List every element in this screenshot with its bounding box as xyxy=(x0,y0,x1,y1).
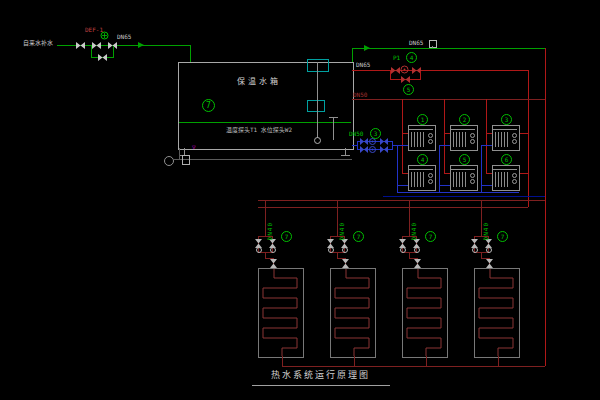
hp-stub xyxy=(439,185,450,186)
heat-pump-unit xyxy=(450,125,478,151)
valve-icon xyxy=(360,138,368,145)
coil-supply-header xyxy=(258,200,545,201)
hp-fins xyxy=(411,132,426,147)
valve-icon xyxy=(380,146,388,153)
pump-icon xyxy=(369,146,376,153)
valve-icon xyxy=(380,138,388,145)
drain-pipe xyxy=(179,148,180,159)
right-riser-pipe xyxy=(545,48,546,366)
valve-icon xyxy=(414,259,421,268)
tank-foot xyxy=(341,155,350,156)
pump-icon xyxy=(369,138,376,145)
heat-pump-unit xyxy=(408,125,436,151)
pump-bypass xyxy=(390,71,391,79)
hp-fins xyxy=(495,172,510,187)
hp-top-bar xyxy=(409,169,433,170)
check-valve-icon xyxy=(328,247,334,253)
flow-arrow-icon xyxy=(364,45,370,51)
check-valve-icon xyxy=(270,247,276,253)
hp-hot-header-dn: DN50 xyxy=(353,91,367,98)
valve-icon xyxy=(270,259,277,268)
hp-top-bar xyxy=(451,129,475,130)
check-valve-icon xyxy=(472,247,478,253)
serpentine-coil-icon xyxy=(402,268,446,356)
hp-top-bar xyxy=(409,129,433,130)
hp-cold-header-dn: DN50 xyxy=(349,130,363,137)
hot-return-dn-label: DN65 xyxy=(356,61,370,68)
coil-dn-label: DN40 xyxy=(410,222,417,240)
hot-return-pipe xyxy=(352,70,528,71)
hp-riser xyxy=(402,99,403,173)
coil-tag-bubble: 7 xyxy=(281,231,292,242)
meter-tag-label: DEF-1 xyxy=(85,26,103,33)
tank-name-label: 保温水箱 xyxy=(237,78,281,86)
hp-knob-icon xyxy=(470,179,475,184)
check-valve-icon xyxy=(400,247,406,253)
coil-outlet-pipe xyxy=(426,356,427,366)
coil-dn-label: DN40 xyxy=(338,222,345,240)
hp-tag-bubble: 6 xyxy=(501,154,512,165)
level-probe-tick xyxy=(329,117,338,118)
cad-drawing-canvas: 自来水补水 DEF-1 DN65 保温水箱 温度探头T1 水位探头W2 7 ▽ … xyxy=(0,0,600,400)
heat-pump-unit xyxy=(408,165,436,191)
check-valve-icon xyxy=(342,247,348,253)
pump-tag-bubble: 4 xyxy=(406,52,417,63)
coil-outlet-pipe xyxy=(282,356,283,366)
cold-header-tag-bubble: 3 xyxy=(370,128,381,139)
hp-knob-icon xyxy=(512,139,517,144)
hp-knob-icon xyxy=(512,173,517,178)
hp-fins xyxy=(495,132,510,147)
check-valve-icon xyxy=(414,247,420,253)
pump-tag-bubble: 5 xyxy=(403,84,414,95)
valve-icon xyxy=(486,259,493,268)
tank-probe-label: 温度探头T1 水位探头W2 xyxy=(226,126,292,133)
tank-inlet-pipe xyxy=(190,45,191,62)
hp-knob-icon xyxy=(470,133,475,138)
hp-knob-icon xyxy=(428,179,433,184)
makeup-dn-label: DN65 xyxy=(117,33,131,40)
flow-arrow-icon xyxy=(138,42,144,48)
hot-supply-pipe xyxy=(352,48,545,49)
coil-outlet-pipe xyxy=(354,356,355,366)
drain-mark: ▽ xyxy=(192,143,196,150)
hp-hot-header xyxy=(352,99,545,100)
tank-sensor-box xyxy=(307,59,329,72)
hp-stub xyxy=(397,145,408,146)
bypass-pipe xyxy=(113,46,114,57)
hp-fins xyxy=(453,132,468,147)
tank-leg xyxy=(345,148,346,155)
drawing-title: 热水系统运行原理图 xyxy=(271,371,370,379)
serpentine-coil-icon xyxy=(474,268,518,356)
hp-stub xyxy=(481,145,492,146)
drain-valve-icon xyxy=(182,155,190,165)
coil-tag-bubble: 7 xyxy=(497,231,508,242)
check-valve-icon xyxy=(486,247,492,253)
valve-icon xyxy=(92,42,101,49)
tank-level-line xyxy=(179,122,351,123)
pump-bypass xyxy=(420,71,421,79)
serpentine-coil-icon xyxy=(258,268,302,356)
hp-top-bar xyxy=(451,169,475,170)
temperature-probe xyxy=(317,62,318,138)
air-vent-icon xyxy=(429,40,437,48)
valve-icon xyxy=(76,42,85,49)
tank-tag-bubble: 7 xyxy=(202,99,215,112)
drain-line xyxy=(173,159,352,160)
hp-top-bar xyxy=(493,129,517,130)
pump-icon xyxy=(400,65,409,74)
hot-supply-riser xyxy=(352,48,353,62)
check-valve-icon xyxy=(256,247,262,253)
hp-knob-icon xyxy=(512,179,517,184)
hp-tag-bubble: 2 xyxy=(459,114,470,125)
hp-knob-icon xyxy=(470,173,475,178)
air-vent-stem xyxy=(432,46,433,48)
coil-dn-label: DN40 xyxy=(266,222,273,240)
hot-supply-dn-label: DN65 xyxy=(409,39,423,46)
hp-knob-icon xyxy=(428,173,433,178)
hp-cold-bottom-header xyxy=(397,192,519,193)
hp-tag-bubble: 3 xyxy=(501,114,512,125)
coil-outlet-pipe xyxy=(498,356,499,366)
makeup-water-label: 自来水补水 xyxy=(23,39,53,46)
hp-tag-bubble: 5 xyxy=(459,154,470,165)
hp-top-bar xyxy=(493,169,517,170)
